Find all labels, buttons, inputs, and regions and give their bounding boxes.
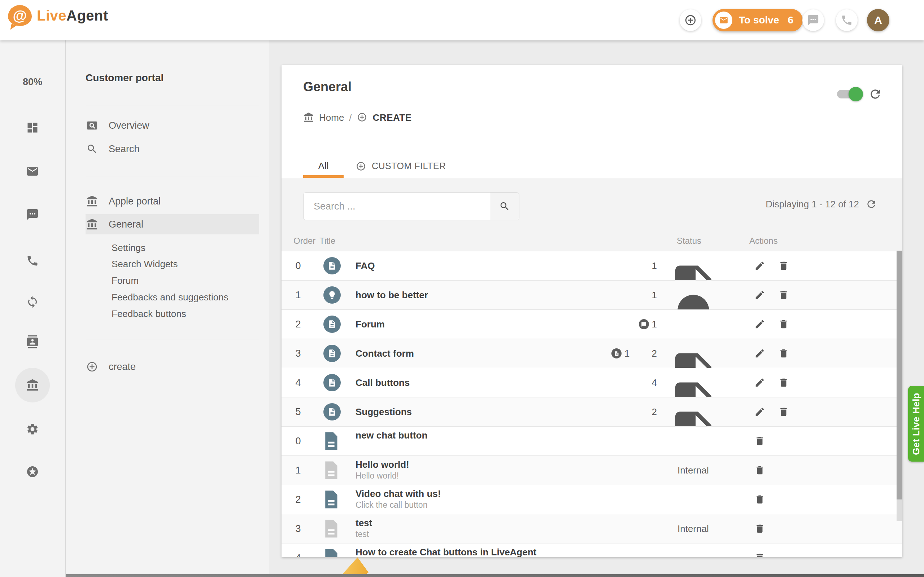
rail-item-dashboard[interactable] — [26, 121, 39, 134]
toggle-knob — [848, 87, 863, 102]
edit-button[interactable] — [754, 260, 765, 271]
tab-custom-filter[interactable]: CUSTOM FILTER — [356, 154, 446, 178]
delete-button[interactable] — [778, 348, 789, 359]
sidebar-divider — [86, 106, 259, 106]
table-row[interactable]: 2Forum1 — [281, 309, 902, 338]
sidebar-item-feedback-buttons[interactable]: Feedback buttons — [111, 308, 186, 319]
rail-item-starred[interactable] — [26, 465, 39, 478]
row-title[interactable]: FAQ — [355, 251, 375, 280]
scrollbar-thumb[interactable] — [897, 251, 902, 500]
delete-button[interactable] — [754, 465, 765, 475]
row-actions — [754, 514, 765, 543]
delete-button[interactable] — [778, 290, 789, 300]
sidebar-item-feedbacks[interactable]: Feedbacks and suggestions — [111, 292, 228, 303]
row-actions — [754, 543, 765, 557]
delete-button[interactable] — [778, 319, 789, 330]
table-row[interactable]: 1Hello world!Hello world!Internal — [281, 456, 902, 485]
breadcrumb-create[interactable]: CREATE — [373, 112, 412, 123]
delete-button[interactable] — [778, 377, 789, 388]
sidebar-item-general[interactable]: General — [86, 214, 259, 234]
table-row[interactable]: 5Suggestions2 — [281, 397, 902, 426]
table-row[interactable]: 0new chat button — [281, 426, 902, 456]
row-title[interactable]: Video chat with us! — [355, 488, 441, 500]
edit-button[interactable] — [754, 319, 765, 330]
row-title[interactable]: Suggestions — [355, 397, 412, 426]
add-button[interactable] — [680, 10, 701, 31]
sidebar-item-search-widgets[interactable]: Search Widgets — [111, 259, 178, 269]
delete-button[interactable] — [778, 406, 789, 417]
page-title: General — [303, 79, 352, 95]
row-title[interactable]: Contact form — [355, 339, 414, 368]
table-row[interactable]: 4Call buttons4 — [281, 368, 902, 397]
row-title[interactable]: Call buttons — [355, 368, 410, 397]
rail-item-customer-portal[interactable] — [26, 379, 39, 392]
article-type-icon — [323, 257, 341, 274]
calls-button[interactable] — [836, 10, 858, 31]
rail-item-automation[interactable] — [26, 295, 39, 308]
brand-live: Live — [37, 8, 66, 23]
rail-item-chats[interactable] — [26, 208, 39, 221]
sidebar-item-create[interactable]: create — [86, 357, 259, 377]
row-title[interactable]: Hello world! — [355, 459, 409, 470]
sidebar-item-search[interactable]: Search — [86, 139, 259, 159]
rail-item-contacts[interactable] — [26, 335, 39, 348]
edit-button[interactable] — [754, 290, 765, 300]
table-row[interactable]: 1how to be better1 — [281, 280, 902, 309]
row-title[interactable]: Forum — [355, 310, 385, 338]
refresh-icon[interactable] — [866, 198, 877, 210]
edit-button[interactable] — [754, 348, 765, 359]
logo-at-glyph: @ — [13, 8, 27, 23]
portal-enabled-toggle[interactable] — [837, 90, 860, 98]
item-count: 1 — [611, 348, 630, 359]
to-solve-label: To solve — [739, 15, 779, 26]
breadcrumb-separator: / — [349, 112, 352, 123]
row-title[interactable]: How to create Chat buttons in LiveAgent — [355, 546, 536, 557]
liveagent-app: @ LiveAgent To solve 6 A 80% Customer po — [0, 0, 924, 577]
rail-item-calls[interactable] — [26, 254, 39, 267]
row-title[interactable]: new chat button — [355, 429, 427, 441]
edit-button[interactable] — [754, 377, 765, 388]
search-input[interactable] — [304, 193, 490, 220]
get-live-help-tab[interactable]: Get Live Help — [908, 386, 924, 462]
row-counts: 1 — [639, 251, 657, 280]
sidebar-item-forum[interactable]: Forum — [111, 275, 139, 286]
count-value: 1 — [652, 260, 657, 272]
delete-button[interactable] — [754, 553, 765, 557]
chats-button[interactable] — [802, 10, 824, 31]
search-submit-button[interactable] — [490, 193, 519, 220]
sidebar-item-settings[interactable]: Settings — [111, 242, 145, 253]
delete-button[interactable] — [778, 260, 789, 271]
table-row[interactable]: 4How to create Chat buttons in LiveAgent… — [281, 543, 902, 557]
sidebar-item-overview[interactable]: Overview — [86, 115, 259, 135]
table-row[interactable]: 3testtestInternal — [281, 514, 902, 543]
row-counts: 2 — [639, 397, 657, 426]
delete-button[interactable] — [754, 494, 765, 505]
scrollbar-track[interactable] — [897, 251, 902, 521]
to-solve-button[interactable]: To solve 6 — [712, 9, 803, 31]
user-avatar[interactable]: A — [867, 9, 889, 31]
tab-all[interactable]: All — [303, 154, 344, 178]
rail-item-settings[interactable] — [26, 423, 39, 436]
item-count: 4 — [639, 377, 657, 388]
sidebar-item-apple-portal[interactable]: Apple portal — [86, 191, 259, 211]
table-row[interactable]: 0FAQ1 — [281, 251, 902, 280]
row-title[interactable]: how to be better — [355, 280, 428, 309]
bulb-count-icon — [639, 290, 649, 300]
row-title[interactable]: test — [355, 517, 372, 529]
table-row[interactable]: 2Video chat with us!Click the call butto… — [281, 485, 902, 514]
delete-button[interactable] — [754, 436, 765, 446]
delete-button[interactable] — [754, 523, 765, 534]
doc-count-icon — [639, 378, 649, 388]
customer-portal-sidebar: Customer portal Overview Search Apple po… — [66, 40, 269, 577]
refresh-button[interactable] — [868, 87, 882, 101]
chat-icon — [26, 208, 39, 221]
rail-item-tickets[interactable] — [26, 165, 39, 178]
liveagent-logo[interactable]: @ LiveAgent — [8, 5, 108, 26]
breadcrumb-home[interactable]: Home — [319, 112, 344, 123]
to-solve-count: 6 — [788, 15, 794, 26]
edit-button[interactable] — [754, 406, 765, 417]
logo-bubble-icon: @ — [8, 5, 32, 26]
search-box — [303, 192, 519, 220]
sidebar-divider — [86, 339, 259, 339]
table-row[interactable]: 3Contact form12 — [281, 338, 902, 368]
